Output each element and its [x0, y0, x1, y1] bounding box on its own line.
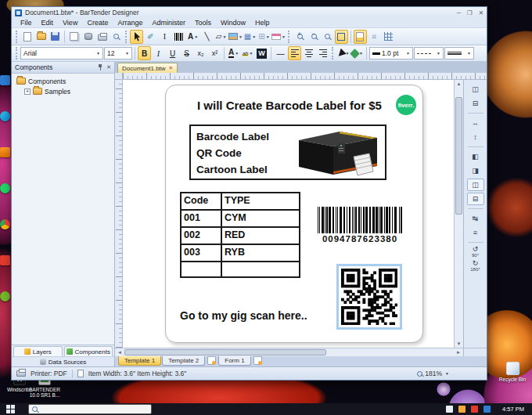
compound-line-combo[interactable]: ▼ — [444, 47, 474, 60]
table-cell[interactable]: RED — [221, 227, 300, 244]
barcode-tool-button[interactable] — [172, 30, 185, 44]
italic-button[interactable]: I — [152, 46, 165, 60]
table-cell[interactable]: RYB — [221, 244, 300, 262]
vertical-ruler[interactable] — [115, 80, 123, 348]
picture-tool-button[interactable]: ▼ — [228, 30, 243, 44]
zoom-out-button[interactable]: − — [307, 30, 320, 44]
menu-tools[interactable]: Tools — [191, 19, 215, 27]
bold-button[interactable]: B — [138, 46, 151, 60]
table-cell[interactable] — [181, 262, 221, 277]
rotate-180-button[interactable]: ↻180° — [467, 260, 484, 272]
print-button[interactable] — [95, 30, 109, 44]
tab-layers[interactable]: Layers — [13, 346, 63, 356]
superscript-button[interactable]: x² — [208, 46, 221, 60]
minimize-button[interactable]: ─ — [457, 9, 461, 16]
database-setup-button[interactable] — [81, 30, 95, 44]
design-canvas[interactable]: I will Create Barcode Label for $5 fiver… — [123, 80, 454, 348]
taskbar-search-box[interactable] — [28, 404, 152, 414]
tab-data-sources[interactable]: Data Sources — [12, 356, 114, 366]
table-header-code[interactable]: Code — [181, 193, 221, 210]
chrome-icon[interactable] — [0, 219, 10, 229]
taskbar-app-icon-3[interactable] — [471, 406, 478, 413]
zoom-fit-button[interactable] — [335, 30, 348, 44]
vertical-scroll-thumb[interactable] — [455, 97, 462, 215]
format-painter-button[interactable]: ✐ — [144, 30, 157, 44]
scroll-up-icon[interactable]: ▲ — [455, 81, 463, 86]
center-horizontal-button[interactable]: ◧ — [467, 150, 484, 163]
qr-code-object[interactable] — [336, 264, 402, 330]
table-cell[interactable]: 002 — [181, 227, 221, 244]
subscript-button[interactable]: x₂ — [194, 46, 207, 60]
line-style-combo[interactable]: ▼ — [414, 47, 444, 60]
title-bar[interactable]: Document1.btw* - BarTender Designer ─ ❐ … — [12, 7, 487, 18]
table-tool-button[interactable]: ▦▼ — [243, 30, 257, 44]
taskbar-clock[interactable]: 4:57 PM — [502, 406, 524, 413]
horizontal-scrollbar[interactable]: ◄ ► — [115, 348, 463, 356]
toolbar-grip[interactable] — [125, 31, 128, 43]
menu-file[interactable]: File — [16, 19, 36, 27]
table-cell[interactable]: 001 — [181, 210, 221, 227]
no-wrap-button[interactable]: — — [274, 46, 287, 60]
maximize-button[interactable]: ❐ — [467, 9, 473, 16]
menu-edit[interactable]: Edit — [38, 19, 58, 27]
menu-help[interactable]: Help — [251, 19, 274, 27]
control-panel-icon[interactable] — [0, 75, 10, 85]
toolbar-grip[interactable] — [288, 31, 290, 43]
tab-template-1[interactable]: Template 1 — [118, 356, 161, 366]
font-color-button[interactable]: A▼ — [227, 46, 240, 60]
word-import-button[interactable]: W — [255, 46, 268, 60]
reader-icon[interactable] — [0, 255, 10, 265]
font-name-combo[interactable]: Arial ▼ — [20, 47, 103, 60]
center-in-template-h-button[interactable]: ◫ — [467, 179, 484, 191]
scroll-left-icon[interactable]: ◄ — [117, 348, 122, 356]
printer-image[interactable] — [289, 128, 382, 178]
open-button[interactable] — [34, 30, 48, 44]
make-same-width-button[interactable]: ◫ — [467, 83, 484, 96]
service-line-3[interactable]: Cartoon Label — [196, 161, 269, 178]
make-same-height-button[interactable]: ⊟ — [467, 97, 484, 110]
select-tool-button[interactable] — [130, 30, 143, 44]
line-weight-combo[interactable]: 1.0 pt ▼ — [369, 47, 413, 60]
service-line-2[interactable]: QR Code — [196, 145, 269, 161]
pin-icon[interactable] — [98, 64, 102, 70]
toolbar-grip[interactable] — [16, 47, 18, 60]
barcode-object[interactable]: 0094787623380 — [318, 207, 402, 244]
menu-window[interactable]: Window — [217, 19, 250, 27]
cta-text[interactable]: Go to my gig scan here.. — [180, 309, 307, 322]
new-form-icon[interactable] — [253, 356, 262, 365]
whatsapp-icon[interactable] — [0, 183, 10, 193]
menu-create[interactable]: Create — [83, 19, 112, 27]
start-button[interactable] — [6, 405, 17, 413]
new-template-icon[interactable] — [207, 356, 216, 365]
center-in-template-v-button[interactable]: ⊟ — [467, 193, 484, 205]
tab-components[interactable]: Components — [64, 346, 113, 356]
fiverr-logo[interactable]: fiverr. — [396, 95, 416, 115]
table-cell[interactable]: 003 — [181, 244, 221, 262]
toolbar-grip[interactable] — [332, 47, 334, 60]
menu-arrange[interactable]: Arrange — [113, 19, 146, 27]
stack-button[interactable]: ≡ — [467, 226, 484, 239]
tab-form-1[interactable]: Form 1 — [218, 356, 250, 366]
align-center-button[interactable] — [302, 46, 315, 60]
taskbar-app-icon-2[interactable] — [458, 406, 466, 413]
edge-icon[interactable] — [0, 111, 10, 121]
vlc-icon[interactable] — [0, 147, 10, 157]
close-button[interactable]: ✕ — [479, 9, 483, 16]
horizontal-ruler[interactable] — [123, 73, 487, 80]
text-tool-button[interactable]: A▼ — [186, 30, 200, 44]
menu-view[interactable]: View — [59, 19, 81, 27]
label-title-text[interactable]: I will Create Barcode Label for $5 — [185, 99, 394, 112]
align-right-button[interactable] — [316, 46, 329, 60]
encode-card-button[interactable]: ▼ — [271, 30, 286, 44]
text-cursor-button[interactable]: I — [158, 30, 171, 44]
service-line-1[interactable]: Barcode Label — [196, 128, 269, 145]
utorrent-icon[interactable] — [0, 291, 10, 301]
status-zoom-value[interactable]: 181% — [425, 370, 442, 377]
line-color-button[interactable]: ▼ — [336, 46, 350, 60]
equal-spacing-button[interactable]: ↹ — [467, 212, 484, 225]
rotate-90-button[interactable]: ↺90° — [467, 246, 484, 258]
print-preview-button[interactable] — [110, 30, 123, 44]
text-highlight-button[interactable]: ab▼ — [241, 46, 254, 60]
align-horizontal-button[interactable]: ↔ — [467, 117, 484, 129]
taskbar-app-icon-4[interactable] — [483, 406, 491, 413]
